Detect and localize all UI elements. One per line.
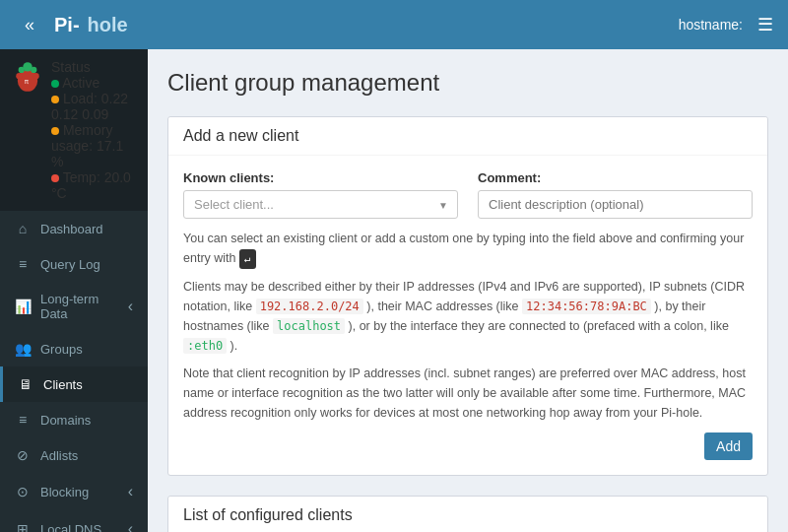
- sidebar-label-clients: Clients: [43, 377, 83, 392]
- enter-key-badge: ↵: [239, 249, 256, 269]
- comment-group: Comment:: [478, 170, 753, 219]
- adlists-icon: ⊘: [15, 447, 31, 463]
- svg-point-3: [31, 67, 36, 73]
- sidebar-label-query-log: Query Log: [40, 257, 100, 272]
- temp-label: Temp: 20.0 °C: [51, 169, 131, 201]
- hostname-label: hostname:: [679, 17, 743, 33]
- sidebar-link-adlists[interactable]: ⊘ Adlists: [0, 437, 148, 473]
- memory-label: Memory usage: 17.1 %: [51, 122, 123, 169]
- load-label: Load: 0.22 0.12 0.09: [51, 91, 128, 122]
- add-client-title: Add a new client: [183, 127, 753, 145]
- sidebar-menu: ⌂ Dashboard ≡ Query Log 📊 Long-term Data…: [0, 211, 148, 532]
- sidebar-link-long-term[interactable]: 📊 Long-term Data: [0, 282, 148, 331]
- svg-point-5: [33, 73, 38, 79]
- chart-icon: 📊: [15, 299, 31, 314]
- sidebar-label-dashboard: Dashboard: [40, 222, 103, 236]
- sidebar-link-groups[interactable]: 👥 Groups: [0, 331, 148, 366]
- info2e-text: ).: [230, 339, 238, 353]
- mac-example: 12:34:56:78:9A:BC: [522, 299, 651, 314]
- blocking-icon: ⊙: [15, 484, 31, 499]
- sidebar-item-adlists[interactable]: ⊘ Adlists: [0, 437, 148, 473]
- info-text-3: Note that client recognition by IP addre…: [183, 364, 753, 423]
- clients-icon: 🖥: [18, 376, 33, 392]
- info1-text: You can select an existing client or add…: [183, 232, 744, 265]
- logo: Pi-hole: [54, 14, 128, 36]
- hamburger-menu-btn[interactable]: ☰: [757, 14, 773, 35]
- known-clients-select[interactable]: Select client...: [183, 190, 458, 219]
- sidebar-link-domains[interactable]: ≡ Domains: [0, 402, 148, 437]
- iface-example: :eth0: [183, 338, 227, 354]
- page-title: Client group management: [167, 69, 768, 97]
- sidebar-link-dashboard[interactable]: ⌂ Dashboard: [0, 211, 148, 246]
- sidebar-label-blocking: Blocking: [40, 485, 89, 499]
- add-client-card-body: Known clients: Select client... Comment:…: [168, 156, 767, 475]
- sidebar-label-domains: Domains: [40, 413, 91, 428]
- add-button-row: Add: [183, 432, 753, 460]
- known-clients-label: Known clients:: [183, 170, 458, 185]
- logo-pi: Pi-: [54, 14, 80, 36]
- groups-icon: 👥: [15, 341, 31, 357]
- info2d-text: ), or by the interface they are connecte…: [349, 319, 729, 333]
- info2b-text: ), their MAC addresses (like: [366, 299, 518, 313]
- sidebar-item-query-log[interactable]: ≡ Query Log: [0, 246, 148, 282]
- sidebar-status-block: π Status Active Load: 0.22 0.12 0.09 Mem…: [0, 49, 148, 211]
- sidebar-collapse-btn[interactable]: «: [15, 15, 44, 35]
- add-client-button[interactable]: Add: [704, 432, 753, 460]
- sidebar-link-query-log[interactable]: ≡ Query Log: [0, 246, 148, 282]
- status-memory: Memory usage: 17.1 %: [51, 122, 136, 169]
- active-dot: [51, 80, 59, 88]
- raspberry-logo-icon: π: [12, 59, 43, 95]
- sidebar-label-groups: Groups: [40, 342, 83, 357]
- memory-dot: [51, 127, 59, 135]
- domains-icon: ≡: [15, 412, 31, 428]
- sidebar-link-clients[interactable]: 🖥 Clients: [0, 366, 148, 402]
- sidebar-item-domains[interactable]: ≡ Domains: [0, 402, 148, 437]
- status-temp: Temp: 20.0 °C: [51, 169, 136, 201]
- list-icon: ≡: [15, 256, 31, 272]
- add-client-card-header: Add a new client: [168, 117, 767, 156]
- main-header: « Pi-hole hostname: ☰: [0, 0, 788, 49]
- list-card: List of configured clients Show 10 25 50…: [167, 496, 768, 532]
- host-example: localhost: [273, 318, 345, 334]
- local-dns-icon: ⊞: [15, 521, 31, 532]
- ip-example: 192.168.2.0/24: [256, 299, 363, 314]
- sidebar-label-adlists: Adlists: [40, 448, 78, 463]
- status-info: Status Active Load: 0.22 0.12 0.09 Memor…: [51, 59, 136, 201]
- svg-point-2: [19, 67, 25, 73]
- sidebar-item-local-dns[interactable]: ⊞ Local DNS: [0, 510, 148, 532]
- sidebar-link-blocking[interactable]: ⊙ Blocking: [0, 473, 148, 510]
- sidebar-item-clients[interactable]: 🖥 Clients: [0, 366, 148, 402]
- known-clients-select-wrapper[interactable]: Select client...: [183, 190, 458, 219]
- svg-point-4: [16, 73, 22, 79]
- comment-label: Comment:: [478, 170, 753, 185]
- header-right: hostname: ☰: [679, 14, 773, 35]
- list-title: List of configured clients: [183, 506, 753, 524]
- add-client-card: Add a new client Known clients: Select c…: [167, 116, 768, 476]
- sidebar-item-dashboard[interactable]: ⌂ Dashboard: [0, 211, 148, 246]
- list-card-header: List of configured clients: [168, 497, 767, 532]
- sidebar-label-local-dns: Local DNS: [40, 522, 101, 533]
- content-wrapper: Client group management Add a new client…: [148, 49, 788, 532]
- temp-dot: [51, 174, 59, 182]
- status-load: Load: 0.22 0.12 0.09: [51, 91, 136, 122]
- sidebar-item-long-term-data[interactable]: 📊 Long-term Data: [0, 282, 148, 331]
- sidebar: π Status Active Load: 0.22 0.12 0.09 Mem…: [0, 0, 148, 532]
- logo-hole: hole: [88, 14, 128, 36]
- sidebar-link-local-dns[interactable]: ⊞ Local DNS: [0, 510, 148, 532]
- known-clients-group: Known clients: Select client...: [183, 170, 458, 219]
- status-title: Status: [51, 59, 136, 75]
- sidebar-label-long-term: Long-term Data: [40, 292, 118, 321]
- sidebar-item-groups[interactable]: 👥 Groups: [0, 331, 148, 366]
- info-text-1: You can select an existing client or add…: [183, 229, 753, 269]
- info-text-2: Clients may be described either by their…: [183, 277, 753, 357]
- home-icon: ⌂: [15, 221, 31, 236]
- form-row-client: Known clients: Select client... Comment:: [183, 170, 753, 219]
- active-label: Active: [62, 75, 99, 91]
- sidebar-item-blocking[interactable]: ⊙ Blocking: [0, 473, 148, 510]
- status-active: Active: [51, 75, 136, 91]
- comment-input[interactable]: [478, 190, 753, 219]
- load-dot: [51, 96, 59, 103]
